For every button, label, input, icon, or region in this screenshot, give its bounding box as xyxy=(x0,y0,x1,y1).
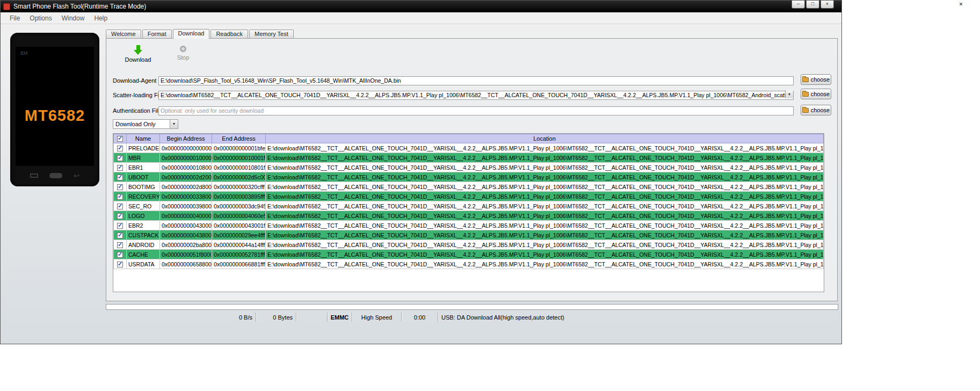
row-checkbox[interactable] xyxy=(117,223,123,229)
chipset-label: MT6582 xyxy=(16,107,94,125)
cell-begin-address: 0x0000000003980000 xyxy=(160,201,212,211)
scatter-dropdown-arrow-icon[interactable]: ▼ xyxy=(785,90,793,98)
header-location[interactable]: Location xyxy=(266,134,824,143)
select-all-checkbox[interactable] xyxy=(117,136,123,142)
minimize-button[interactable]: – xyxy=(792,1,805,9)
auth-file-choose-button[interactable]: choose xyxy=(801,105,831,115)
row-checkbox[interactable] xyxy=(117,262,123,267)
row-checkbox-cell[interactable] xyxy=(114,163,127,172)
table-row[interactable]: ANDROID0x000000002ba800000x0000000044a14… xyxy=(114,240,824,250)
cell-begin-address: 0x0000000001000000 xyxy=(160,153,212,163)
menu-help[interactable]: Help xyxy=(89,13,112,23)
menu-file[interactable]: File xyxy=(5,13,25,23)
download-agent-choose-button[interactable]: choose xyxy=(801,74,831,85)
screenshot-stage: × Smart Phone Flash Tool(Runtime Trace M… xyxy=(0,0,980,391)
table-row[interactable]: CUSTPACK0x00000000043800000x0000000029ee… xyxy=(114,230,824,240)
row-checkbox[interactable] xyxy=(117,184,123,190)
table-row[interactable]: EBR20x00000000043000000x00000000043001ff… xyxy=(114,221,824,230)
mode-dropdown-arrow-icon[interactable]: ▼ xyxy=(170,120,178,128)
progress-bar xyxy=(106,304,838,310)
menu-options[interactable]: Options xyxy=(25,13,56,23)
cell-location: E:\download\MT6582__TCT__ALCATEL_ONE_TOU… xyxy=(266,163,824,172)
status-bar: 0 B/s 0 Bytes EMMC High Speed 0:00 USB: … xyxy=(106,313,838,322)
row-checkbox-cell[interactable] xyxy=(114,182,127,192)
app-icon xyxy=(3,3,10,10)
tab-welcome[interactable]: Welcome xyxy=(106,30,141,38)
cell-name: PRELOADER xyxy=(127,143,160,153)
table-row[interactable]: RECOVERY0x00000000033800000x000000000389… xyxy=(114,192,824,201)
row-checkbox[interactable] xyxy=(117,194,123,200)
row-checkbox[interactable] xyxy=(117,252,123,258)
table-row[interactable]: SEC_RO0x00000000039800000x0000000003dc94… xyxy=(114,201,824,211)
header-begin-address[interactable]: Begin Address xyxy=(160,134,212,143)
row-checkbox-cell[interactable] xyxy=(114,201,127,211)
table-row[interactable]: PRELOADER0x00000000000000000x00000000000… xyxy=(114,143,824,153)
cell-end-address: 0x0000000004060e53 xyxy=(212,211,266,221)
maximize-button[interactable]: □ xyxy=(806,1,819,9)
table-row[interactable]: MBR0x00000000010000000x00000000010001ffE… xyxy=(114,153,824,163)
row-checkbox-cell[interactable] xyxy=(114,240,127,250)
partition-table-body: PRELOADER0x00000000000000000x00000000000… xyxy=(114,143,824,269)
scatter-file-input[interactable] xyxy=(158,91,794,100)
table-row[interactable]: BOOTIMG0x0000000002d800000x000000000320c… xyxy=(114,182,824,192)
row-checkbox-cell[interactable] xyxy=(114,230,127,240)
cell-end-address: 0x000000000001bfef xyxy=(212,143,266,153)
row-checkbox[interactable] xyxy=(117,146,123,151)
cell-name: MBR xyxy=(127,153,160,163)
download-mode-select[interactable]: Download Only ▼ xyxy=(113,119,178,129)
row-checkbox-cell[interactable] xyxy=(114,221,127,230)
stop-button[interactable]: Stop xyxy=(171,46,195,61)
table-row[interactable]: EBR10x00000000010800000x00000000010801ff… xyxy=(114,163,824,172)
screen-close-icon[interactable]: × xyxy=(959,1,963,8)
tab-download[interactable]: Download xyxy=(173,29,210,39)
download-button[interactable]: Download xyxy=(120,44,156,63)
cell-name: CUSTPACK xyxy=(127,230,160,240)
row-checkbox[interactable] xyxy=(117,213,123,219)
header-end-address[interactable]: End Address xyxy=(212,134,266,143)
row-checkbox[interactable] xyxy=(117,165,123,171)
table-row[interactable]: USRDATA0x00000000658800000x0000000066881… xyxy=(114,259,824,269)
tab-memory-test[interactable]: Memory Test xyxy=(249,30,294,38)
row-checkbox[interactable] xyxy=(117,155,123,161)
download-agent-field-wrap xyxy=(158,75,794,84)
table-row[interactable]: LOGO0x00000000040000000x0000000004060e53… xyxy=(114,211,824,221)
cell-end-address: 0x00000000010001ff xyxy=(212,153,266,163)
cell-location: E:\download\MT6582__TCT__ALCATEL_ONE_TOU… xyxy=(266,250,824,259)
scatter-file-choose-button[interactable]: choose xyxy=(801,89,831,99)
row-checkbox-cell[interactable] xyxy=(114,259,127,269)
main-area: BM MT6582 ↩ Welcome Format Download Read… xyxy=(1,24,841,344)
row-checkbox[interactable] xyxy=(117,242,123,248)
auth-file-input[interactable] xyxy=(158,106,794,115)
close-button[interactable]: × xyxy=(821,1,834,9)
table-row[interactable]: CACHE0x0000000051f800000x0000000052781ff… xyxy=(114,250,824,259)
cell-name: RECOVERY xyxy=(127,192,160,201)
cell-name: EBR1 xyxy=(127,163,160,172)
select-all-checkbox-cell[interactable] xyxy=(114,134,127,143)
table-row[interactable]: UBOOT0x0000000002d200000x0000000002d5c00… xyxy=(114,172,824,182)
cell-end-address: 0x0000000052781fff xyxy=(212,250,266,259)
row-checkbox-cell[interactable] xyxy=(114,153,127,163)
row-checkbox-cell[interactable] xyxy=(114,143,127,153)
header-name[interactable]: Name xyxy=(127,134,160,143)
cell-name: LOGO xyxy=(127,211,160,221)
cell-name: EBR2 xyxy=(127,221,160,230)
tab-format[interactable]: Format xyxy=(142,30,172,38)
row-checkbox-cell[interactable] xyxy=(114,211,127,221)
menu-window[interactable]: Window xyxy=(57,13,90,23)
row-checkbox-cell[interactable] xyxy=(114,172,127,182)
row-checkbox[interactable] xyxy=(117,175,123,180)
phone-brand-label: BM xyxy=(20,50,28,56)
row-checkbox-cell[interactable] xyxy=(114,192,127,201)
cell-name: SEC_RO xyxy=(127,201,160,211)
title-bar[interactable]: Smart Phone Flash Tool(Runtime Trace Mod… xyxy=(1,1,841,12)
table-header-row: Name Begin Address End Address Location xyxy=(114,134,824,143)
cell-name: BOOTIMG xyxy=(127,182,160,192)
download-agent-input[interactable] xyxy=(158,76,794,85)
phone-preview: BM MT6582 ↩ xyxy=(10,33,99,186)
cell-end-address: 0x0000000003895fff xyxy=(212,192,266,201)
row-checkbox-cell[interactable] xyxy=(114,250,127,259)
row-checkbox[interactable] xyxy=(117,233,123,238)
row-checkbox[interactable] xyxy=(117,204,123,209)
tab-readback[interactable]: Readback xyxy=(210,30,248,38)
choose-label: choose xyxy=(811,107,830,113)
